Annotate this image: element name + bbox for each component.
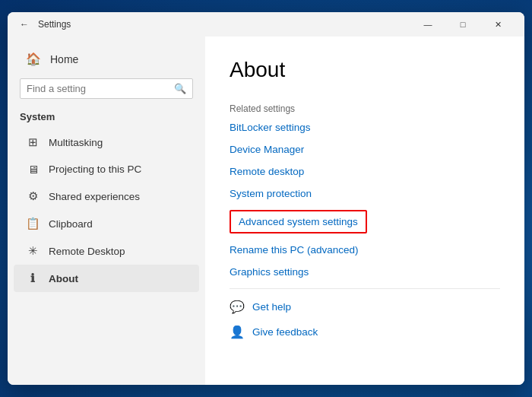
advanced-system-settings-link[interactable]: Advanced system settings [230, 210, 367, 233]
give-feedback-item[interactable]: 👤 Give feedback [230, 325, 500, 339]
give-feedback-icon: 👤 [230, 325, 245, 339]
home-icon: 🏠 [26, 52, 41, 66]
remote-desktop-link[interactable]: Remote desktop [230, 166, 500, 177]
search-input[interactable] [27, 83, 174, 94]
get-help-item[interactable]: 💬 Get help [230, 300, 500, 314]
divider [230, 288, 500, 289]
sidebar-item-projecting[interactable]: 🖥 Projecting to this PC [14, 156, 199, 183]
sidebar-item-home[interactable]: 🏠 Home [14, 46, 199, 72]
window-controls: — □ ✕ [410, 12, 515, 37]
sidebar-item-shared[interactable]: ⚙ Shared experiences [14, 183, 199, 210]
maximize-button[interactable]: □ [445, 12, 480, 37]
multitasking-icon: ⊞ [26, 135, 40, 149]
main-panel: About Related settings BitLocker setting… [205, 37, 524, 385]
page-title: About [230, 58, 500, 82]
search-box: 🔍 [20, 78, 193, 99]
sidebar-item-remote[interactable]: ✳ Remote Desktop [14, 237, 199, 265]
home-label: Home [50, 53, 78, 65]
titlebar: ← Settings — □ ✕ [8, 12, 524, 37]
sidebar-item-about[interactable]: ℹ About [14, 265, 199, 292]
about-icon: ℹ [26, 272, 40, 285]
section-label: System [8, 108, 205, 129]
get-help-icon: 💬 [230, 300, 245, 314]
search-icon: 🔍 [174, 83, 186, 94]
get-help-label: Get help [252, 301, 291, 313]
system-protection-link[interactable]: System protection [230, 188, 500, 199]
minimize-button[interactable]: — [410, 12, 445, 37]
bitlocker-link[interactable]: BitLocker settings [230, 122, 500, 133]
main-content: 🏠 Home 🔍 System ⊞ Multitasking 🖥 Project… [8, 37, 524, 385]
window-title: Settings [38, 19, 410, 30]
sidebar-item-multitasking[interactable]: ⊞ Multitasking [14, 129, 199, 156]
sidebar: 🏠 Home 🔍 System ⊞ Multitasking 🖥 Project… [8, 37, 205, 385]
rename-pc-link[interactable]: Rename this PC (advanced) [230, 244, 500, 256]
clipboard-icon: 📋 [26, 217, 40, 230]
close-button[interactable]: ✕ [480, 12, 515, 37]
shared-icon: ⚙ [26, 189, 40, 203]
related-settings-label: Related settings [230, 103, 500, 114]
give-feedback-label: Give feedback [252, 326, 318, 338]
graphics-settings-link[interactable]: Graphics settings [230, 266, 500, 278]
back-button[interactable]: ← [17, 17, 32, 32]
settings-window: ← Settings — □ ✕ 🏠 Home 🔍 System [8, 12, 524, 385]
sidebar-item-clipboard[interactable]: 📋 Clipboard [14, 210, 199, 237]
projecting-icon: 🖥 [26, 163, 40, 176]
device-manager-link[interactable]: Device Manager [230, 144, 500, 155]
remote-icon: ✳ [26, 244, 40, 258]
